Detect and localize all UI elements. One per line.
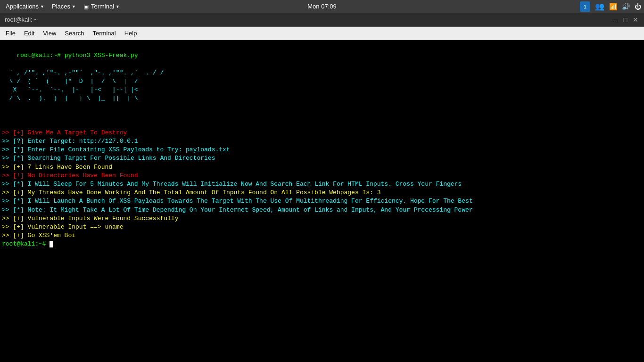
menu-file[interactable]: File: [2, 28, 19, 38]
minimize-button[interactable]: ─: [611, 16, 619, 24]
places-menu[interactable]: Places ▼: [49, 2, 79, 11]
command-line: root@kali:~# python3 XSS-Freak.py: [17, 52, 138, 59]
applications-arrow: ▼: [40, 4, 44, 9]
places-label: Places: [52, 3, 70, 10]
output-line-4: >> [*] Searching Target For Possible Lin…: [2, 155, 215, 162]
menu-terminal[interactable]: Terminal: [89, 28, 120, 38]
terminal-arrow: ▼: [116, 4, 120, 9]
taskbar: Applications ▼ Places ▼ ▣ Terminal ▼ Mon…: [0, 0, 644, 13]
terminal-cursor: [50, 241, 53, 247]
terminal-body[interactable]: root@kali:~# python3 XSS-Freak.py ` , /'…: [0, 40, 644, 362]
applications-menu[interactable]: Applications ▼: [3, 2, 47, 11]
wifi-icon: 📶: [609, 3, 617, 10]
menu-help[interactable]: Help: [121, 28, 141, 38]
taskbar-left: Applications ▼ Places ▼ ▣ Terminal ▼: [3, 2, 123, 11]
output-line-6: >> [!] No Directories Have Been Found: [2, 172, 138, 179]
maximize-button[interactable]: □: [621, 16, 629, 24]
output-line-11: >> [+] Vulnerable Inputs Were Found Succ…: [2, 215, 178, 222]
final-prompt: root@kali:~#: [2, 240, 50, 247]
users-icon: 👥: [595, 2, 604, 11]
taskbar-right: 1 👥 📶 🔊 ⏻: [580, 1, 641, 12]
output-line-1: >> [+] Give Me A Target To Destroy: [2, 129, 127, 136]
window-titlebar: root@kali: ~ ─ □ ✕: [0, 13, 644, 27]
menu-search[interactable]: Search: [61, 28, 88, 38]
taskbar-datetime: Mon 07:09: [307, 3, 336, 10]
window-controls: ─ □ ✕: [611, 16, 639, 24]
window-title: root@kali: ~: [5, 16, 38, 23]
close-button[interactable]: ✕: [632, 16, 639, 24]
applications-label: Applications: [6, 3, 39, 10]
output-line-5: >> [+] 7 Links Have Been Found: [2, 164, 112, 171]
menu-view[interactable]: View: [39, 28, 60, 38]
output-line-10: >> [*] Note: It Might Take A Lot Of Time…: [2, 206, 473, 214]
output-line-3: >> [*] Enter File Containing XSS Payload…: [2, 146, 230, 153]
workspace-indicator[interactable]: 1: [580, 1, 590, 12]
terminal-window: root@kali: ~ ─ □ ✕ File Edit View Search…: [0, 13, 644, 362]
volume-icon: 🔊: [622, 3, 630, 10]
terminal-icon: ▣: [83, 3, 89, 10]
output-line-13: >> [+] Go XSS'em Boi: [2, 232, 75, 239]
output-line-8: >> [+] My Threads Have Done Working And …: [2, 189, 381, 196]
places-arrow: ▼: [72, 4, 76, 9]
terminal-label: Terminal: [91, 3, 114, 10]
power-icon: ⏻: [635, 3, 641, 10]
menubar: File Edit View Search Terminal Help: [0, 27, 644, 40]
output-line-2: >> [?] Enter Target: http://127.0.0.1: [2, 138, 138, 145]
terminal-menu[interactable]: ▣ Terminal ▼: [81, 2, 123, 11]
ascii-art: ` , /'". ,'"-. ,-""` ,"-. ,'"". ,` . / /…: [2, 69, 164, 102]
output-line-9: >> [*] I Will Launch A Bunch Of XSS Payl…: [2, 197, 473, 205]
output-line-7: >> [*] I Will Sleep For 5 Minutes And My…: [2, 181, 462, 188]
menu-edit[interactable]: Edit: [20, 28, 38, 38]
output-line-12: >> [+] Vulnerable Input ==> uname: [2, 223, 123, 230]
